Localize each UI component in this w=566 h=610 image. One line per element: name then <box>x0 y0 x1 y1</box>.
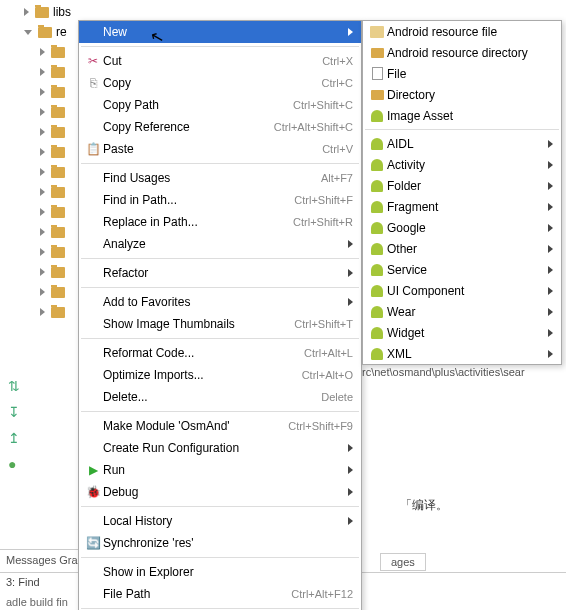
file-icon <box>372 67 383 80</box>
tree-arrow-icon[interactable] <box>40 268 45 276</box>
android-icon <box>371 243 383 255</box>
tree-arrow-open-icon[interactable] <box>24 30 32 35</box>
menu-separator <box>81 163 359 164</box>
menu-delete[interactable]: Delete... Delete <box>79 386 361 408</box>
menu-run[interactable]: ▶ Run <box>79 459 361 481</box>
folder-icon <box>51 247 65 258</box>
submenu-file[interactable]: File <box>363 63 561 84</box>
tree-arrow-icon[interactable] <box>40 88 45 96</box>
tree-arrow-icon[interactable] <box>40 208 45 216</box>
menu-debug[interactable]: 🐞 Debug <box>79 481 361 503</box>
menu-copy-path[interactable]: Copy Path Ctrl+Shift+C <box>79 94 361 116</box>
menu-add-favorites[interactable]: Add to Favorites <box>79 291 361 313</box>
menu-separator <box>81 411 359 412</box>
submenu-ui-component[interactable]: UI Component <box>363 280 561 301</box>
bottom-tab[interactable]: ages <box>380 553 426 571</box>
tree-arrow-icon[interactable] <box>40 288 45 296</box>
tool-side-icons: ⇅ ↧ ↥ ● <box>0 370 40 480</box>
submenu-folder[interactable]: Folder <box>363 175 561 196</box>
breadcrumb-path: rc\net\osmand\plus\activities\sear <box>362 366 562 378</box>
submenu-service[interactable]: Service <box>363 259 561 280</box>
android-icon <box>371 306 383 318</box>
bottom-find-tab[interactable]: 3: Find <box>6 576 40 589</box>
menu-paste[interactable]: 📋 Paste Ctrl+V <box>79 138 361 160</box>
menu-new[interactable]: New <box>79 21 361 43</box>
menu-reformat-code[interactable]: Reformat Code... Ctrl+Alt+L <box>79 342 361 364</box>
submenu-android-resource-file[interactable]: Android resource file <box>363 21 561 42</box>
submenu-arrow-icon <box>348 298 353 306</box>
submenu-android-resource-dir[interactable]: Android resource directory <box>363 42 561 63</box>
collapse-icon[interactable]: ↥ <box>8 430 32 446</box>
submenu-image-asset[interactable]: Image Asset <box>363 105 561 126</box>
folder-icon <box>35 7 49 18</box>
tree-arrow-icon[interactable] <box>40 188 45 196</box>
menu-thumbnails[interactable]: Show Image Thumbnails Ctrl+Shift+T <box>79 313 361 335</box>
submenu-directory[interactable]: Directory <box>363 84 561 105</box>
tree-arrow-icon[interactable] <box>40 248 45 256</box>
submenu-other[interactable]: Other <box>363 238 561 259</box>
menu-local-history[interactable]: Local History <box>79 510 361 532</box>
menu-separator <box>81 46 359 47</box>
scissors-icon: ✂ <box>83 54 103 68</box>
submenu-wear[interactable]: Wear <box>363 301 561 322</box>
menu-file-path[interactable]: File Path Ctrl+Alt+F12 <box>79 583 361 605</box>
tree-item-libs[interactable]: libs <box>53 5 71 19</box>
tree-arrow-icon[interactable] <box>40 168 45 176</box>
submenu-widget[interactable]: Widget <box>363 322 561 343</box>
menu-create-run-config[interactable]: Create Run Configuration <box>79 437 361 459</box>
submenu-google[interactable]: Google <box>363 217 561 238</box>
copy-icon: ⎘ <box>83 76 103 90</box>
submenu-new: Android resource file Android resource d… <box>362 20 562 365</box>
menu-analyze[interactable]: Analyze <box>79 233 361 255</box>
expand-icon[interactable]: ↧ <box>8 404 32 420</box>
submenu-arrow-icon <box>548 182 553 190</box>
folder-icon <box>51 67 65 78</box>
tree-arrow-icon[interactable] <box>40 68 45 76</box>
menu-synchronize[interactable]: 🔄 Synchronize 'res' <box>79 532 361 554</box>
menu-refactor[interactable]: Refactor <box>79 262 361 284</box>
submenu-xml[interactable]: XML <box>363 343 561 364</box>
folder-icon <box>51 127 65 138</box>
submenu-aidl[interactable]: AIDL <box>363 133 561 154</box>
folder-icon <box>51 287 65 298</box>
submenu-arrow-icon <box>348 28 353 36</box>
android-icon <box>371 180 383 192</box>
menu-find-in-path[interactable]: Find in Path... Ctrl+Shift+F <box>79 189 361 211</box>
folder-icon <box>51 307 65 318</box>
tree-arrow-icon[interactable] <box>40 148 45 156</box>
tree-arrow-icon[interactable] <box>24 8 29 16</box>
menu-copy[interactable]: ⎘ Copy Ctrl+C <box>79 72 361 94</box>
folder-icon <box>51 187 65 198</box>
submenu-arrow-icon <box>548 287 553 295</box>
menu-replace-in-path[interactable]: Replace in Path... Ctrl+Shift+R <box>79 211 361 233</box>
sync-icon: 🔄 <box>83 536 103 550</box>
menu-separator <box>81 287 359 288</box>
folder-icon <box>51 87 65 98</box>
android-icon <box>371 110 383 122</box>
android-icon <box>371 285 383 297</box>
submenu-arrow-icon <box>348 466 353 474</box>
filter-icon[interactable]: ⇅ <box>8 378 32 394</box>
menu-show-explorer[interactable]: Show in Explorer <box>79 561 361 583</box>
menu-label: New <box>103 25 342 39</box>
running-icon[interactable]: ● <box>8 456 32 472</box>
submenu-fragment[interactable]: Fragment <box>363 196 561 217</box>
android-icon <box>371 222 383 234</box>
menu-make-module[interactable]: Make Module 'OsmAnd' Ctrl+Shift+F9 <box>79 415 361 437</box>
folder-icon <box>371 48 384 58</box>
tree-arrow-icon[interactable] <box>40 48 45 56</box>
menu-copy-reference[interactable]: Copy Reference Ctrl+Alt+Shift+C <box>79 116 361 138</box>
submenu-arrow-icon <box>548 224 553 232</box>
tree-arrow-icon[interactable] <box>40 228 45 236</box>
tree-arrow-icon[interactable] <box>40 108 45 116</box>
menu-find-usages[interactable]: Find Usages Alt+F7 <box>79 167 361 189</box>
tree-item-res[interactable]: re <box>56 25 67 39</box>
menu-cut[interactable]: ✂ Cut Ctrl+X <box>79 50 361 72</box>
tree-arrow-icon[interactable] <box>40 128 45 136</box>
folder-icon <box>51 207 65 218</box>
xml-file-icon <box>370 26 384 38</box>
android-icon <box>371 348 383 360</box>
menu-optimize-imports[interactable]: Optimize Imports... Ctrl+Alt+O <box>79 364 361 386</box>
submenu-activity[interactable]: Activity <box>363 154 561 175</box>
tree-arrow-icon[interactable] <box>40 308 45 316</box>
